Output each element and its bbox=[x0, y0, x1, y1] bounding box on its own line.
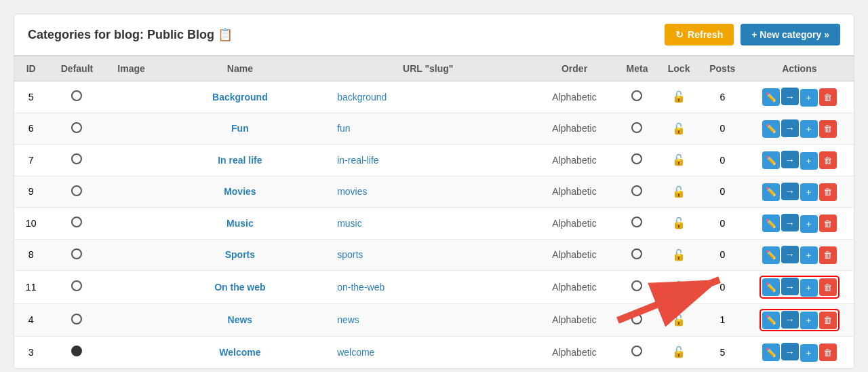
delete-button[interactable]: 🗑 bbox=[819, 246, 837, 264]
slug-link[interactable]: movies bbox=[337, 186, 367, 197]
meta-radio[interactable] bbox=[631, 153, 642, 164]
slug-link[interactable]: sports bbox=[337, 249, 363, 260]
category-name-link[interactable]: Music bbox=[226, 218, 254, 229]
arrow-button[interactable]: → bbox=[781, 119, 799, 137]
slug-link[interactable]: welcome bbox=[337, 347, 374, 358]
delete-button[interactable]: 🗑 bbox=[819, 183, 837, 201]
refresh-button[interactable]: ↻ Refresh bbox=[665, 24, 734, 45]
meta-radio[interactable] bbox=[631, 248, 642, 259]
meta-radio[interactable] bbox=[631, 280, 642, 291]
delete-button[interactable]: 🗑 bbox=[819, 312, 837, 329]
delete-button[interactable]: 🗑 bbox=[819, 278, 837, 296]
lock-icon[interactable]: 🔓 bbox=[672, 314, 686, 326]
category-name-link[interactable]: Sports bbox=[225, 249, 255, 260]
meta-radio[interactable] bbox=[631, 185, 642, 196]
arrow-button[interactable]: → bbox=[781, 183, 799, 200]
cell-meta bbox=[616, 113, 658, 145]
lock-icon[interactable]: 🔓 bbox=[672, 281, 686, 293]
meta-radio[interactable] bbox=[631, 217, 642, 227]
radio-empty[interactable] bbox=[71, 217, 82, 227]
meta-radio[interactable] bbox=[631, 90, 642, 101]
new-category-button[interactable]: + New category » bbox=[741, 24, 840, 45]
lock-icon[interactable]: 🔓 bbox=[672, 346, 686, 358]
delete-button[interactable]: 🗑 bbox=[819, 215, 837, 232]
cell-id: 5 bbox=[14, 81, 47, 113]
edit-button[interactable]: ✏️ bbox=[762, 151, 780, 169]
edit-button[interactable]: ✏️ bbox=[762, 278, 780, 296]
category-name-link[interactable]: Fun bbox=[231, 123, 249, 134]
meta-radio[interactable] bbox=[631, 346, 642, 356]
category-name-link[interactable]: News bbox=[228, 314, 253, 325]
edit-button[interactable]: ✏️ bbox=[762, 246, 780, 264]
edit-button[interactable]: ✏️ bbox=[762, 215, 780, 232]
add-button[interactable]: ＋ bbox=[800, 279, 818, 297]
category-name-link[interactable]: Background bbox=[212, 92, 268, 103]
cell-slug: welcome bbox=[323, 337, 532, 369]
meta-radio[interactable] bbox=[631, 314, 642, 324]
radio-empty[interactable] bbox=[71, 314, 82, 324]
radio-empty[interactable] bbox=[71, 280, 82, 291]
cell-order: Alphabetic bbox=[532, 176, 616, 208]
arrow-button[interactable]: → bbox=[781, 278, 799, 295]
add-button[interactable]: ＋ bbox=[800, 120, 818, 138]
radio-empty[interactable] bbox=[71, 122, 82, 133]
cell-meta bbox=[616, 81, 658, 113]
arrow-button[interactable]: → bbox=[781, 246, 799, 263]
cell-id: 11 bbox=[14, 271, 47, 304]
add-button[interactable]: ＋ bbox=[800, 89, 818, 107]
radio-empty[interactable] bbox=[71, 90, 82, 101]
category-name-link[interactable]: Welcome bbox=[219, 347, 260, 358]
slug-link[interactable]: in-real-life bbox=[337, 155, 378, 166]
table-row: 5BackgroundbackgroundAlphabetic🔓6✏️→＋🗑 bbox=[14, 81, 854, 113]
category-name-link[interactable]: On the web bbox=[214, 282, 265, 293]
radio-empty[interactable] bbox=[71, 153, 82, 164]
title-icon: 📋 bbox=[218, 28, 233, 41]
arrow-button[interactable]: → bbox=[781, 311, 799, 329]
add-button[interactable]: ＋ bbox=[800, 152, 818, 170]
edit-button[interactable]: ✏️ bbox=[762, 120, 780, 138]
category-name-link[interactable]: In real life bbox=[218, 155, 262, 166]
cell-image bbox=[106, 113, 157, 145]
edit-button[interactable]: ✏️ bbox=[762, 183, 780, 201]
delete-button[interactable]: 🗑 bbox=[819, 151, 837, 169]
category-name-link[interactable]: Movies bbox=[224, 186, 256, 197]
radio-empty[interactable] bbox=[71, 185, 82, 196]
radio-filled[interactable] bbox=[71, 346, 82, 356]
cell-order: Alphabetic bbox=[532, 81, 616, 113]
cell-posts: 5 bbox=[700, 337, 745, 369]
lock-icon[interactable]: 🔓 bbox=[672, 217, 686, 229]
delete-button[interactable]: 🗑 bbox=[819, 88, 837, 106]
edit-button[interactable]: ✏️ bbox=[762, 343, 780, 361]
arrow-button[interactable]: → bbox=[781, 343, 799, 360]
arrow-button[interactable]: → bbox=[781, 214, 799, 231]
title-text: Categories for blog: Public Blog bbox=[28, 28, 214, 41]
cell-name: Background bbox=[157, 81, 324, 113]
lock-icon[interactable]: 🔓 bbox=[672, 249, 686, 261]
slug-link[interactable]: on-the-web bbox=[337, 282, 384, 293]
edit-button[interactable]: ✏️ bbox=[762, 88, 780, 106]
action-group: ✏️→＋🗑 bbox=[762, 92, 837, 103]
slug-link[interactable]: background bbox=[337, 92, 387, 103]
delete-button[interactable]: 🗑 bbox=[819, 343, 837, 361]
slug-link[interactable]: fun bbox=[337, 123, 350, 134]
arrow-button[interactable]: → bbox=[781, 88, 799, 105]
add-button[interactable]: ＋ bbox=[800, 215, 818, 233]
lock-icon[interactable]: 🔓 bbox=[672, 123, 686, 134]
slug-link[interactable]: music bbox=[337, 218, 362, 229]
delete-button[interactable]: 🗑 bbox=[819, 120, 837, 138]
slug-link[interactable]: news bbox=[337, 314, 359, 325]
table-row: 10MusicmusicAlphabetic🔓0✏️→＋🗑 bbox=[14, 208, 854, 240]
lock-icon[interactable]: 🔓 bbox=[672, 154, 686, 166]
lock-icon[interactable]: 🔓 bbox=[672, 186, 686, 198]
add-button[interactable]: ＋ bbox=[800, 246, 818, 264]
edit-button[interactable]: ✏️ bbox=[762, 312, 780, 329]
table-header-row: ID Default Image Name URL "slug" Order M… bbox=[14, 56, 854, 81]
meta-radio[interactable] bbox=[631, 122, 642, 133]
add-button[interactable]: ＋ bbox=[800, 312, 818, 329]
add-button[interactable]: ＋ bbox=[800, 344, 818, 362]
col-lock: Lock bbox=[658, 56, 700, 81]
arrow-button[interactable]: → bbox=[781, 151, 799, 168]
add-button[interactable]: ＋ bbox=[800, 183, 818, 201]
radio-empty[interactable] bbox=[71, 248, 82, 259]
lock-icon[interactable]: 🔓 bbox=[672, 91, 686, 103]
